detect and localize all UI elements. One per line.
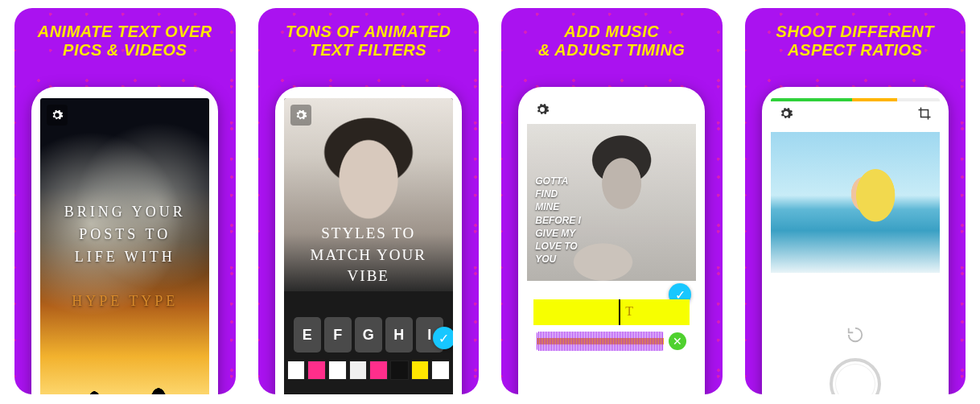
timeline-segment[interactable]	[533, 299, 619, 325]
color-swatch[interactable]	[328, 361, 347, 380]
panel-headline: ANIMATE TEXT OVER PICS & VIDEOS	[14, 8, 236, 60]
color-swatch[interactable]	[369, 361, 388, 380]
screenshot-panel-1: ANIMATE TEXT OVER PICS & VIDEOS BRING YO…	[14, 8, 236, 394]
app-screen: GOTTA FIND MINE BEFORE I GIVE MY LOVE TO…	[527, 98, 696, 394]
panel-headline: SHOOT DIFFERENT ASPECT RATIOS	[745, 8, 966, 60]
gear-icon	[779, 106, 793, 121]
progress-segment	[771, 98, 852, 101]
panel-headline: TONS OF ANIMATED TEXT FILTERS	[258, 8, 480, 60]
screenshot-panel-4: SHOOT DIFFERENT ASPECT RATIOS	[745, 8, 966, 394]
color-swatch[interactable]	[349, 361, 368, 380]
aspect-ratio-button[interactable]	[917, 106, 932, 127]
settings-button[interactable]	[290, 105, 311, 126]
concert-crowd-silhouette	[40, 370, 209, 394]
settings-button[interactable]	[47, 105, 68, 126]
top-toolbar	[771, 106, 940, 127]
phone-mockup	[762, 87, 949, 394]
retry-icon[interactable]	[846, 326, 864, 344]
color-swatch-row	[287, 361, 450, 380]
screenshot-panel-3: ADD MUSIC & ADJUST TIMING GOTTA FIND MIN…	[501, 8, 723, 394]
phone-mockup: STYLES TO MATCH YOUR VIBE E F G H I ✓	[275, 87, 462, 394]
recording-progress-bar	[771, 98, 940, 101]
color-swatch[interactable]	[411, 361, 430, 380]
shutter-inner-icon	[835, 364, 875, 394]
settings-button[interactable]	[779, 106, 793, 127]
app-screen: STYLES TO MATCH YOUR VIBE E F G H I ✓	[284, 98, 453, 394]
color-swatch[interactable]	[307, 361, 326, 380]
overlay-text-main: BRING YOUR POSTS TO LIFE WITH	[64, 204, 186, 265]
app-screen	[771, 98, 940, 394]
top-toolbar	[527, 98, 696, 124]
overlay-text-accent: HYPE TYPE	[72, 293, 178, 309]
settings-button[interactable]	[535, 102, 550, 120]
remove-audio-button[interactable]: ✕	[669, 332, 686, 350]
screenshot-panel-2: TONS OF ANIMATED TEXT FILTERS STYLES TO …	[258, 8, 480, 394]
confirm-button[interactable]: ✓	[433, 327, 453, 349]
filter-key[interactable]: F	[324, 317, 352, 352]
gear-icon	[51, 109, 64, 122]
shutter-button[interactable]	[830, 358, 881, 394]
timeline-segment-text[interactable]	[619, 299, 690, 325]
overlay-text: BRING YOUR POSTS TO LIFE WITH HYPE TYPE	[48, 179, 201, 313]
panel-headline: ADD MUSIC & ADJUST TIMING	[501, 8, 723, 60]
app-screen: BRING YOUR POSTS TO LIFE WITH HYPE TYPE …	[40, 98, 209, 394]
phone-mockup: BRING YOUR POSTS TO LIFE WITH HYPE TYPE …	[31, 87, 218, 394]
gear-icon	[535, 102, 550, 117]
gear-icon	[294, 109, 307, 122]
overlay-text: STYLES TO MATCH YOUR VIBE	[292, 223, 445, 287]
color-swatch[interactable]	[431, 361, 450, 380]
audio-track-row: ✕	[533, 325, 690, 357]
camera-viewfinder	[771, 132, 940, 273]
lyric-overlay-text: GOTTA FIND MINE BEFORE I GIVE MY LOVE TO…	[535, 175, 581, 266]
color-swatch[interactable]	[390, 361, 409, 380]
filter-key[interactable]: H	[385, 317, 413, 352]
filter-key-row: E F G H I	[289, 317, 448, 352]
camera-controls	[771, 278, 940, 394]
audio-waveform[interactable]	[537, 332, 664, 351]
progress-segment	[852, 98, 898, 101]
text-timeline[interactable]	[533, 299, 690, 325]
crop-icon	[917, 106, 932, 121]
filter-key[interactable]: G	[355, 317, 382, 352]
phone-mockup: GOTTA FIND MINE BEFORE I GIVE MY LOVE TO…	[518, 87, 705, 394]
filter-key[interactable]: E	[294, 317, 321, 352]
color-swatch[interactable]	[287, 361, 306, 380]
